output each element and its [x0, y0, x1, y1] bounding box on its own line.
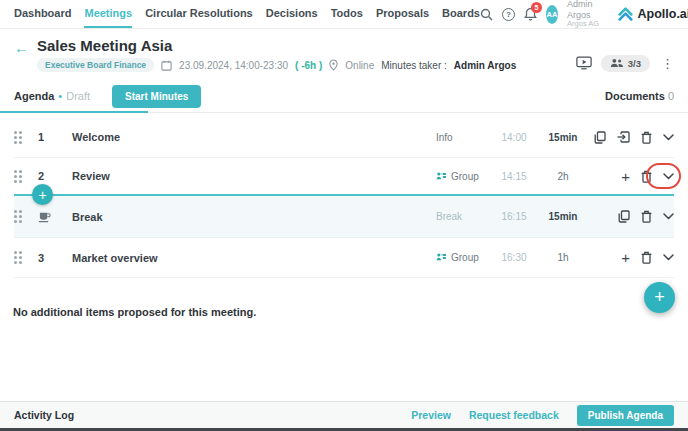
item-number: 2: [38, 170, 72, 182]
people-icon: [610, 58, 624, 68]
screenshare-icon[interactable]: [576, 56, 592, 70]
user-meta[interactable]: Admin Argos Argos AG: [567, 0, 599, 29]
nav-items: Dashboard Meetings Circular Resolutions …: [14, 0, 480, 28]
drag-handle-icon[interactable]: [14, 131, 38, 144]
meeting-location: Online: [345, 60, 374, 71]
break-cup-icon: [38, 211, 72, 223]
minutes-taker-label: Minutes taker :: [381, 60, 447, 71]
item-start-time: 14:00: [490, 132, 538, 143]
item-start-time: 16:15: [490, 211, 538, 222]
copy-icon[interactable]: [594, 131, 606, 144]
help-icon[interactable]: ?: [502, 8, 515, 21]
notifications-bell-icon[interactable]: 5: [524, 7, 537, 21]
back-button[interactable]: ←: [14, 39, 29, 79]
notification-badge: 5: [531, 2, 542, 13]
move-to-icon[interactable]: [617, 131, 630, 143]
nav-item-circular-resolutions[interactable]: Circular Resolutions: [145, 0, 253, 28]
attendees-count: 3/3: [628, 58, 641, 69]
item-start-time: 16:30: [490, 252, 538, 263]
nav-item-dashboard[interactable]: Dashboard: [14, 0, 71, 28]
item-duration: 15min: [538, 132, 588, 143]
drag-handle-icon[interactable]: [14, 170, 38, 183]
tab-agenda-label: Agenda: [14, 90, 54, 102]
delete-icon[interactable]: [641, 210, 652, 223]
item-duration: 2h: [538, 171, 588, 182]
time-offset: ( -6h ): [295, 60, 322, 71]
item-title: Review: [72, 170, 428, 182]
chevron-down-icon[interactable]: [663, 254, 674, 261]
item-number: 3: [38, 252, 72, 264]
add-subitem-icon[interactable]: +: [621, 250, 630, 265]
activity-log-link[interactable]: Activity Log: [14, 409, 74, 421]
drag-handle-icon[interactable]: [14, 210, 38, 223]
item-title: Market overview: [72, 252, 428, 264]
nav-item-decisions[interactable]: Decisions: [266, 0, 318, 28]
nav-item-proposals[interactable]: Proposals: [376, 0, 429, 28]
add-agenda-item-fab[interactable]: +: [644, 282, 675, 313]
tab-agenda[interactable]: Agenda • Draft: [14, 80, 90, 112]
item-type: Group: [428, 252, 490, 263]
help-glyph: ?: [502, 8, 515, 21]
calendar-icon: [161, 60, 172, 71]
brand-name: Apollo.ai: [638, 7, 688, 21]
page-title: Sales Meeting Asia: [37, 37, 516, 54]
nav-item-boards[interactable]: Boards: [442, 0, 480, 28]
agenda-row-break[interactable]: Break Break 16:15 15min: [14, 196, 674, 238]
item-title: Break: [72, 211, 428, 223]
preview-link[interactable]: Preview: [411, 409, 451, 421]
item-type: Info: [428, 132, 490, 143]
chevron-down-icon[interactable]: [663, 213, 674, 220]
group-type-icon: [436, 253, 447, 262]
request-feedback-link[interactable]: Request feedback: [469, 409, 559, 421]
attendees-pill[interactable]: 3/3: [601, 55, 650, 72]
item-title: Welcome: [72, 131, 428, 143]
documents-toggle[interactable]: Documents0: [605, 90, 674, 102]
search-icon[interactable]: [480, 8, 493, 21]
item-type: Group: [428, 171, 490, 182]
documents-label: Documents: [605, 90, 665, 102]
top-navigation: Dashboard Meetings Circular Resolutions …: [0, 0, 688, 29]
user-name: Admin Argos: [567, 0, 599, 20]
kebab-menu-icon[interactable]: ⋮: [659, 56, 676, 71]
status-dot: •: [58, 90, 62, 102]
start-minutes-button[interactable]: Start Minutes: [112, 85, 201, 108]
minutes-taker-name: Admin Argos: [454, 60, 516, 71]
item-start-time: 14:15: [490, 171, 538, 182]
item-number: 1: [38, 131, 72, 143]
insert-position-line: +: [14, 194, 674, 196]
meeting-datetime: 23.09.2024, 14:00-23:30: [179, 60, 288, 71]
nav-item-meetings[interactable]: Meetings: [84, 0, 132, 28]
chevron-down-icon[interactable]: [663, 134, 674, 141]
board-badge[interactable]: Executive Board Finance: [37, 58, 154, 72]
apollo-logo-icon: [617, 7, 634, 22]
publish-agenda-button[interactable]: Publish Agenda: [577, 405, 674, 426]
chevron-down-icon[interactable]: [663, 173, 674, 180]
user-org: Argos AG: [567, 20, 599, 29]
agenda-row-market-overview[interactable]: 3 Market overview Group 16:30 1h +: [14, 238, 674, 278]
add-subitem-icon[interactable]: +: [621, 169, 630, 184]
item-duration: 1h: [538, 252, 588, 263]
item-duration: 15min: [538, 211, 588, 222]
drag-handle-icon[interactable]: [14, 251, 38, 264]
avatar[interactable]: AA: [546, 5, 558, 24]
meeting-header: ← Sales Meeting Asia Executive Board Fin…: [0, 30, 688, 79]
documents-count: 0: [668, 90, 674, 102]
agenda-row-review[interactable]: 2 Review Group 14:15 2h +: [14, 158, 674, 194]
app-logo: Apollo.ai: [617, 7, 688, 22]
location-pin-icon: [329, 59, 338, 71]
agenda-status: Draft: [66, 90, 90, 102]
insert-item-button[interactable]: +: [32, 184, 53, 205]
agenda-row-welcome[interactable]: 1 Welcome Info 14:00 15min: [14, 117, 674, 158]
delete-icon[interactable]: [641, 251, 652, 264]
tabs-row: Agenda • Draft Start Minutes Documents0: [0, 80, 688, 113]
agenda-list: 1 Welcome Info 14:00 15min 2 Review Grou…: [14, 117, 674, 278]
delete-icon[interactable]: [641, 131, 652, 144]
footer-bar: Activity Log Preview Request feedback Pu…: [0, 401, 688, 428]
nav-item-todos[interactable]: Todos: [331, 0, 363, 28]
item-type: Break: [428, 211, 490, 222]
copy-icon[interactable]: [618, 210, 630, 223]
group-type-icon: [436, 172, 447, 181]
delete-icon[interactable]: [641, 170, 652, 183]
no-proposals-message: No additional items proposed for this me…: [13, 306, 256, 318]
